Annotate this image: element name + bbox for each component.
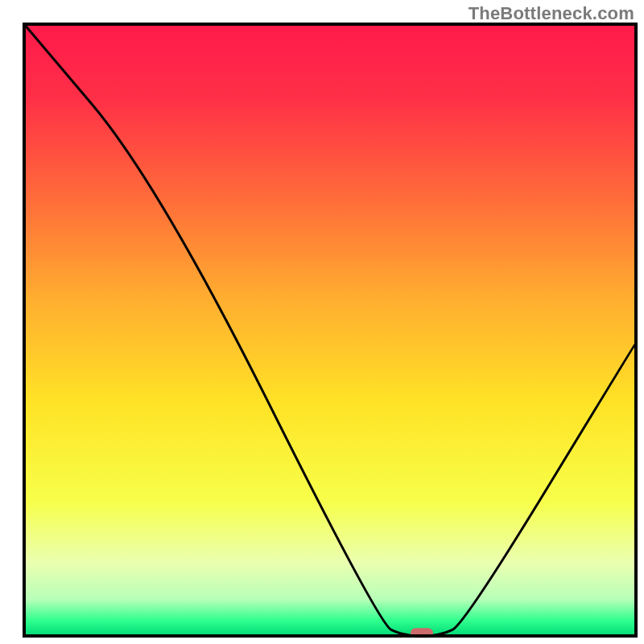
watermark-text: TheBottleneck.com [469,3,634,24]
bottleneck-chart [0,0,644,644]
chart-container: TheBottleneck.com [0,0,644,644]
gradient-background [24,24,636,636]
